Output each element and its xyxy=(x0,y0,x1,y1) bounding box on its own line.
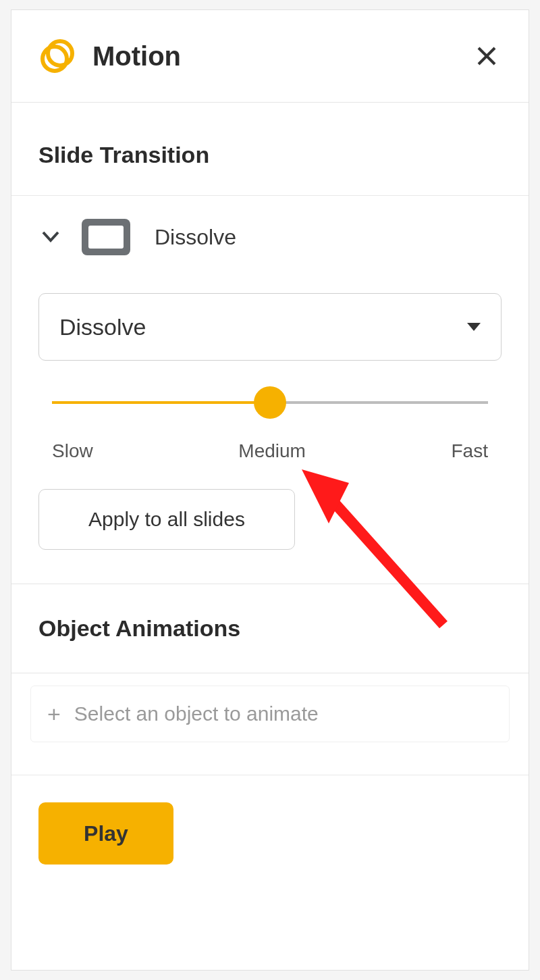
svg-point-0 xyxy=(48,41,72,66)
transition-summary-row: Dissolve xyxy=(11,196,529,267)
transition-name-label: Dissolve xyxy=(155,225,236,250)
close-icon xyxy=(476,45,497,67)
transition-type-value: Dissolve xyxy=(59,314,146,340)
object-animations-heading: Object Animations xyxy=(11,584,529,673)
plus-icon: + xyxy=(47,702,61,725)
slider-label-medium: Medium xyxy=(238,440,306,462)
slider-thumb[interactable] xyxy=(254,386,286,419)
play-button[interactable]: Play xyxy=(38,802,173,865)
chevron-down-icon xyxy=(40,227,61,247)
add-object-animation-button[interactable]: + Select an object to animate xyxy=(30,686,510,742)
apply-to-all-button[interactable]: Apply to all slides xyxy=(38,489,295,550)
apply-to-all-label: Apply to all slides xyxy=(88,508,245,531)
slider-labels: Slow Medium Fast xyxy=(52,440,488,462)
slider-fill xyxy=(52,401,270,404)
svg-point-1 xyxy=(43,47,67,71)
dropdown-caret-icon xyxy=(467,323,481,331)
collapse-toggle[interactable] xyxy=(38,225,63,249)
transition-speed-slider[interactable]: Slow Medium Fast xyxy=(11,361,529,462)
slider-track xyxy=(52,401,488,404)
slide-thumbnail-icon xyxy=(82,219,130,255)
divider xyxy=(11,673,529,673)
add-object-placeholder: Select an object to animate xyxy=(74,702,319,725)
panel-header: Motion xyxy=(11,10,529,103)
slider-label-fast: Fast xyxy=(452,440,488,462)
slide-transition-heading: Slide Transition xyxy=(11,103,529,196)
motion-panel: Motion Slide Transition Dissolve Dissolv… xyxy=(11,9,529,971)
motion-icon xyxy=(38,37,76,75)
slider-label-slow: Slow xyxy=(52,440,93,462)
transition-type-dropdown[interactable]: Dissolve xyxy=(38,293,502,361)
panel-title: Motion xyxy=(92,41,472,72)
apply-all-wrap: Apply to all slides xyxy=(11,462,529,584)
transition-type-field: Dissolve xyxy=(11,267,529,361)
play-section: Play xyxy=(11,775,529,892)
close-button[interactable] xyxy=(472,41,502,71)
play-button-label: Play xyxy=(84,821,128,846)
